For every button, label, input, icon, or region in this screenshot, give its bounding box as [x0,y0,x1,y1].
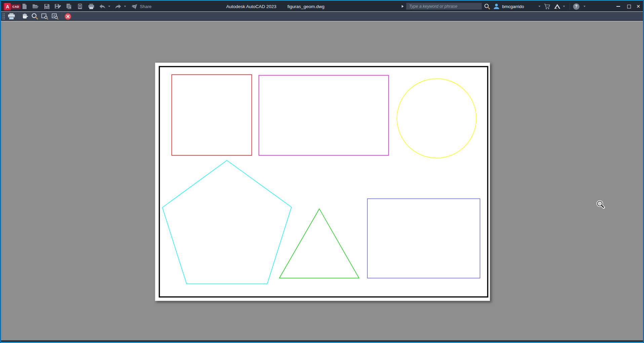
drawing-border-frame [159,67,488,297]
plot-preview-canvas[interactable] [1,21,643,340]
paper-shapes [155,63,490,301]
maximize-icon [627,5,631,8]
zoom-icon [31,13,38,20]
undo-icon[interactable] [99,3,106,10]
app-title: Autodesk AutoCAD 2023 [226,1,276,12]
undo-dropdown-caret[interactable] [108,6,110,7]
title-bar: A CAD [1,0,643,11]
autodesk-dropdown-caret[interactable] [563,6,565,7]
autocad-logo-icon[interactable]: A [3,3,11,10]
paper-sheet [155,63,490,301]
document-title: figuras_geom.dwg [287,1,324,12]
share-button[interactable]: Share [131,1,152,12]
toolbar-grip-handle[interactable] [2,13,5,20]
yellow-circle [397,79,476,158]
close-preview-button[interactable] [65,12,71,21]
close-icon: ✕ [636,4,640,9]
autocad-cad-badge: CAD [11,4,21,9]
username-label[interactable]: bmcgarrido [502,1,524,12]
open-file-icon[interactable] [32,3,39,10]
search-button[interactable] [484,1,490,12]
zoom-button[interactable] [31,12,38,21]
save-web-mobile-icon[interactable] [77,3,83,10]
pan-button[interactable] [22,12,29,21]
help-icon: ? [573,3,579,10]
magenta-rectangle [259,75,389,155]
zoom-original-button[interactable] [51,12,58,21]
save-as-icon[interactable] [54,3,61,10]
plot-icon[interactable] [88,3,94,10]
cyan-pentagon [162,160,291,284]
plot-preview-toolbar [1,11,643,21]
zoom-original-icon [51,13,58,20]
search-input[interactable] [406,3,482,10]
search-icon [484,3,490,10]
share-label: Share [140,4,152,9]
toolbar-separator [61,13,62,20]
redo-icon[interactable] [115,3,121,10]
share-plane-icon [131,3,137,10]
green-triangle [279,209,359,278]
save-icon[interactable] [43,3,50,10]
titlebar-separator [570,3,570,10]
minimize-icon [616,6,620,7]
user-dropdown-caret[interactable] [538,6,540,7]
close-preview-icon [65,13,71,20]
autocad-window: A CAD [0,0,644,343]
red-square [172,75,252,155]
redo-dropdown-caret[interactable] [124,6,126,7]
close-button[interactable]: ✕ [634,1,642,12]
plot-printer-icon [7,13,15,20]
help-dropdown-caret[interactable] [583,6,586,7]
sheets-icon[interactable] [66,3,72,10]
user-avatar-icon[interactable] [493,1,500,12]
window-bottom-border [1,340,643,343]
pan-hand-icon [22,13,29,20]
blue-rectangle [367,199,480,278]
minimize-button[interactable] [615,1,621,12]
toolbar-separator [18,13,19,20]
maximize-button[interactable] [626,1,632,12]
quick-access-toolbar [21,1,137,12]
cart-icon[interactable] [544,1,551,12]
zoom-cursor-icon [596,200,605,211]
zoom-window-button[interactable] [41,12,48,21]
help-button[interactable]: ? [573,1,579,12]
autodesk-account-icon[interactable] [554,1,561,12]
plot-button[interactable] [7,12,15,21]
search-expand-arrow-icon[interactable] [402,5,404,8]
new-file-icon[interactable] [21,3,28,10]
zoom-window-icon [41,13,48,20]
